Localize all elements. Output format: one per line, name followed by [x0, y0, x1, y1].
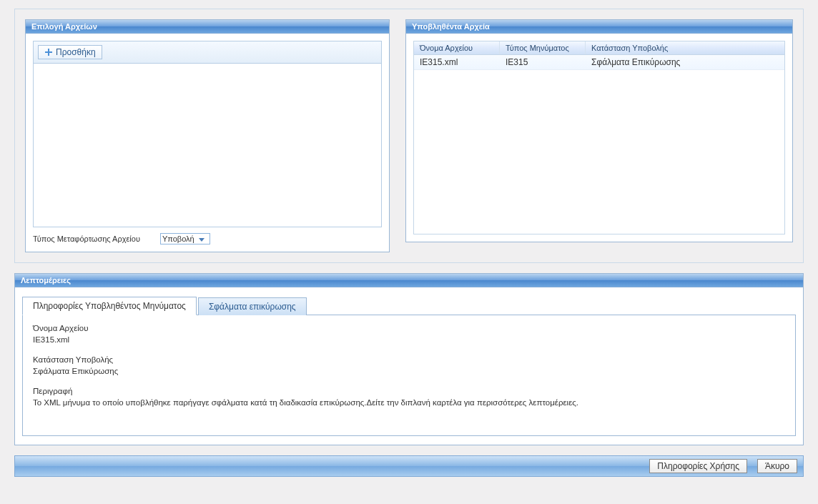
plus-icon: [44, 48, 53, 56]
status-value: Σφάλματα Επικύρωσης: [33, 367, 785, 375]
cancel-button[interactable]: Άκυρο: [757, 459, 797, 473]
upper-group: Επιλογή Αρχείων Προσθήκη Τύπος Μεταφόρτω…: [14, 9, 804, 263]
bottom-action-bar: Πληροφορίες Χρήσης Άκυρο: [14, 455, 804, 477]
cell-filename: IE315.xml: [414, 55, 500, 69]
upload-type-label: Τύπος Μεταφόρτωσης Αρχείου: [33, 234, 140, 243]
tab-submitted-message-info[interactable]: Πληροφορίες Υποβληθέντος Μηνύματος: [22, 297, 197, 315]
add-file-label: Προσθήκη: [56, 47, 96, 57]
file-selection-toolbar: Προσθήκη: [33, 41, 382, 64]
description-label: Περιγραφή: [33, 387, 785, 395]
cell-message-type: IE315: [500, 55, 586, 69]
upload-type-select[interactable]: Υποβολή: [160, 233, 210, 244]
filename-label: Όνομα Αρχείου: [33, 324, 785, 332]
submitted-files-title: Υποβληθέντα Αρχεία: [406, 20, 792, 34]
col-filename[interactable]: Όνομα Αρχείου: [414, 41, 500, 54]
details-panel: Λεπτομέρειες Πληροφορίες Υποβληθέντος Μη…: [14, 273, 804, 445]
submitted-files-panel: Υποβληθέντα Αρχεία Όνομα Αρχείου Τύπος Μ…: [405, 19, 793, 242]
table-row[interactable]: IE315.xml IE315 Σφάλματα Επικύρωσης: [414, 55, 784, 70]
status-label: Κατάσταση Υποβολής: [33, 355, 785, 364]
chevron-down-icon: [199, 238, 204, 242]
file-selection-panel: Επιλογή Αρχείων Προσθήκη Τύπος Μεταφόρτω…: [25, 19, 390, 252]
add-file-button[interactable]: Προσθήκη: [38, 45, 102, 59]
submitted-files-table: Όνομα Αρχείου Τύπος Μηνύματος Κατάσταση …: [413, 41, 785, 234]
details-tab-content: Όνομα Αρχείου IE315.xml Κατάσταση Υποβολ…: [22, 315, 796, 436]
usage-info-button[interactable]: Πληροφορίες Χρήσης: [649, 459, 747, 473]
description-value: Το XML μήνυμα το οποίο υποβλήθηκε παρήγα…: [33, 398, 785, 407]
tab-validation-errors[interactable]: Σφάλματα επικύρωσης: [198, 297, 307, 315]
col-status[interactable]: Κατάσταση Υποβολής: [586, 41, 784, 54]
table-header: Όνομα Αρχείου Τύπος Μηνύματος Κατάσταση …: [414, 41, 784, 55]
upload-type-value: Υποβολή: [162, 234, 194, 243]
file-selection-title: Επιλογή Αρχείων: [26, 20, 389, 34]
upload-type-row: Τύπος Μεταφόρτωσης Αρχείου Υποβολή: [33, 233, 382, 244]
details-title: Λεπτομέρειες: [15, 274, 803, 287]
cell-status: Σφάλματα Επικύρωσης: [586, 55, 784, 69]
file-selection-list: [33, 64, 382, 227]
col-message-type[interactable]: Τύπος Μηνύματος: [500, 41, 586, 54]
details-tabs: Πληροφορίες Υποβληθέντος Μηνύματος Σφάλμ…: [22, 296, 796, 315]
filename-value: IE315.xml: [33, 335, 785, 344]
